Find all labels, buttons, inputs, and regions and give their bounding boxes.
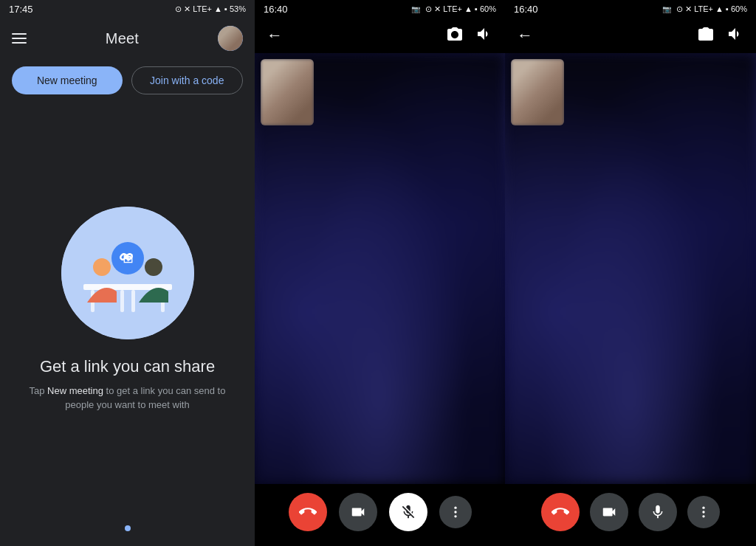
battery-icon-right: ⊙ ✕ LTE+ ▲ ▪ 60% [676,4,747,14]
svg-point-15 [454,515,456,517]
volume-icon-right[interactable] [726,25,744,46]
svg-rect-3 [120,290,124,312]
action-buttons: New meeting Join with a code [0,59,255,102]
left-panel: 17:45 ⊙ ✕ LTE+ ▲ ▪ 53% Meet New meeting … [0,0,255,546]
avatar-image [218,26,243,51]
avatar[interactable] [218,26,243,51]
illustration-circle: ⊞ [61,207,194,339]
camera-indicator-middle: 📷 [411,5,420,13]
svg-rect-4 [131,290,135,312]
time-middle: 16:40 [264,4,288,15]
camera-flip-icon-right[interactable] [697,25,715,46]
mute-button-middle[interactable] [389,493,427,531]
participant-thumbnail-middle [261,59,314,125]
illustration-area: ⊞ Get a link you can share Tap New meeti… [0,102,255,516]
more-options-button-middle[interactable] [439,496,472,528]
call-top-bar-middle: ← [255,18,505,53]
battery-icon-middle: ⊙ ✕ LTE+ ▲ ▪ 60% [425,4,496,14]
join-with-code-button[interactable]: Join with a code [131,66,244,94]
thumbnail-video-right [511,59,564,125]
status-bar-right: 16:40 📷 ⊙ ✕ LTE+ ▲ ▪ 60% [505,0,756,18]
end-call-button-right[interactable] [541,493,580,531]
svg-point-13 [454,507,456,509]
video-area-right [505,53,756,484]
mic-button-right[interactable] [639,493,677,531]
time-right: 16:40 [514,4,538,15]
call-bottom-bar-right [505,484,756,546]
svg-point-6 [93,258,111,276]
top-bar: Meet [0,18,255,59]
camera-indicator-right: 📷 [662,5,671,13]
camera-toggle-button-middle[interactable] [339,493,377,531]
dot-indicator [0,516,255,546]
camera-flip-icon-middle[interactable] [446,25,464,46]
illustration-subtitle: Tap New meeting to get a link you can se… [15,384,240,412]
illustration-title: Get a link you can share [40,357,215,376]
time-left: 17:45 [9,4,33,15]
svg-point-18 [702,515,704,517]
video-area-middle [255,53,505,484]
svg-point-17 [702,511,704,513]
new-meeting-button[interactable]: New meeting [12,66,123,94]
more-options-button-right[interactable] [687,496,720,528]
status-bar-left: 17:45 ⊙ ✕ LTE+ ▲ ▪ 53% [0,0,255,18]
illustration-bold: New meeting [47,385,103,396]
app-title: Meet [106,30,139,47]
page-dot [125,525,131,531]
status-icons-right: 📷 ⊙ ✕ LTE+ ▲ ▪ 60% [662,4,747,14]
status-bar-middle: 16:40 📷 ⊙ ✕ LTE+ ▲ ▪ 60% [255,0,505,18]
illustration-svg: ⊞ [61,207,194,339]
participant-thumbnail-right [511,59,564,125]
back-button-middle[interactable]: ← [267,26,283,45]
battery-icon-left: ⊙ ✕ LTE+ ▲ ▪ 53% [175,4,246,14]
menu-button[interactable] [12,33,27,44]
volume-icon-middle[interactable] [475,25,493,46]
svg-point-7 [145,258,162,276]
call-bottom-bar-middle [255,484,505,546]
right-panel: 16:40 📷 ⊙ ✕ LTE+ ▲ ▪ 60% ← [505,0,756,546]
back-button-right[interactable]: ← [517,26,533,45]
call-controls-right [697,25,744,46]
end-call-button-middle[interactable] [289,493,327,531]
thumbnail-video-middle [261,59,314,125]
camera-toggle-button-right[interactable] [590,493,628,531]
status-icons-left: ⊙ ✕ LTE+ ▲ ▪ 53% [175,4,246,14]
status-icons-middle: 📷 ⊙ ✕ LTE+ ▲ ▪ 60% [411,4,496,14]
call-controls-middle [446,25,493,46]
svg-point-14 [454,511,456,513]
svg-point-16 [702,507,704,509]
middle-panel: 16:40 📷 ⊙ ✕ LTE+ ▲ ▪ 60% ← [255,0,505,546]
call-top-bar-right: ← [505,18,756,53]
